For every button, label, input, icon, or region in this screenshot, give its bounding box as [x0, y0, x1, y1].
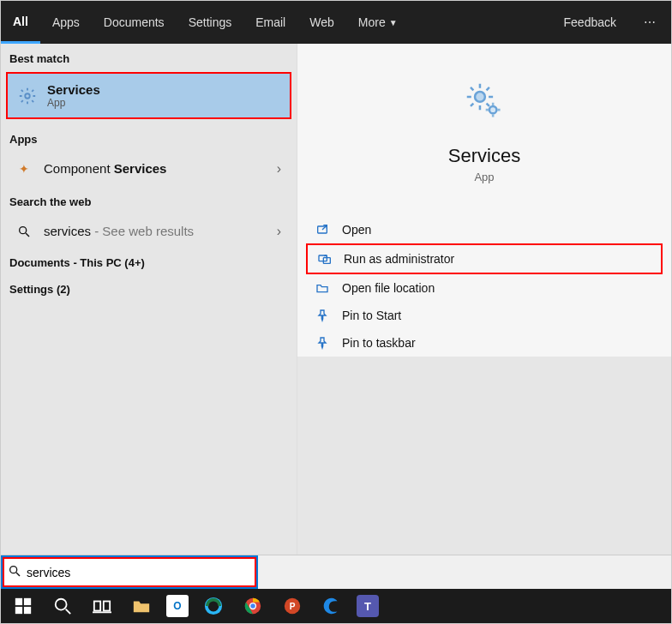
action-label: Open file location [342, 281, 435, 295]
search-input[interactable] [27, 557, 251, 587]
tab-label: Apps [52, 15, 80, 29]
tab-label: Documents [104, 15, 165, 29]
svg-point-3 [475, 92, 485, 102]
svg-line-9 [16, 573, 20, 576]
edge-legacy-button[interactable] [313, 589, 351, 623]
taskbar: O P T [1, 589, 671, 623]
tab-more[interactable]: More▼ [346, 1, 410, 44]
chevron-down-icon: ▼ [389, 18, 398, 27]
result-app-component-services[interactable]: ✦ Component Services › [1, 151, 297, 187]
tab-label: Settings [189, 15, 232, 29]
feedback-button[interactable]: Feedback [550, 1, 630, 44]
action-open[interactable]: Open [306, 216, 663, 243]
svg-point-4 [489, 106, 496, 113]
file-explorer-button[interactable] [123, 589, 160, 623]
result-documents-group[interactable]: Documents - This PC (4+) [1, 249, 297, 276]
teams-button[interactable]: T [352, 589, 383, 623]
svg-point-0 [25, 93, 30, 99]
services-large-icon [461, 78, 507, 128]
ellipsis-icon: ⋯ [644, 15, 657, 29]
action-label: Pin to Start [342, 309, 401, 322]
svg-point-14 [56, 599, 67, 610]
svg-line-15 [66, 609, 71, 615]
search-bar [1, 555, 671, 589]
task-view-button[interactable] [83, 589, 121, 623]
tab-documents[interactable]: Documents [92, 1, 177, 44]
detail-subtitle: App [474, 171, 494, 183]
feedback-label: Feedback [564, 15, 616, 29]
web-suffix: - See web results [91, 224, 194, 238]
result-bold: Services [114, 161, 167, 176]
outlook-button[interactable]: O [162, 589, 193, 623]
tab-label: More [358, 15, 386, 29]
tab-label: Email [255, 15, 285, 29]
services-icon [18, 87, 37, 105]
result-prefix: Component [44, 161, 114, 176]
search-icon [15, 222, 33, 241]
section-best-match: Best match [1, 44, 297, 70]
tab-label: All [13, 15, 28, 28]
edge-button[interactable] [195, 589, 232, 623]
pin-icon [315, 336, 330, 350]
web-term: services [44, 224, 91, 238]
svg-rect-10 [15, 598, 22, 605]
section-apps: Apps [1, 124, 297, 151]
folder-icon [315, 281, 330, 295]
tab-web[interactable]: Web [297, 1, 346, 44]
svg-rect-17 [104, 602, 110, 611]
svg-point-23 [250, 603, 255, 609]
svg-point-1 [20, 227, 27, 234]
action-pin-to-start[interactable]: Pin to Start [306, 302, 663, 329]
start-button[interactable] [4, 589, 42, 623]
result-best-match[interactable]: Services App [6, 72, 291, 119]
pin-icon [315, 309, 330, 322]
detail-pane: Services App Open Run as administrator O… [297, 44, 671, 555]
search-icon [8, 564, 21, 581]
action-run-as-administrator[interactable]: Run as administrator [306, 243, 663, 274]
action-pin-to-taskbar[interactable]: Pin to taskbar [306, 329, 663, 357]
chrome-button[interactable] [234, 589, 272, 623]
result-web-search[interactable]: services - See web results › [1, 213, 297, 249]
component-services-icon: ✦ [15, 159, 33, 178]
search-results-pane: Best match Services App Apps ✦ Component… [1, 44, 297, 555]
chevron-right-icon[interactable]: › [277, 161, 286, 177]
powerpoint-button[interactable]: P [273, 589, 311, 623]
search-box[interactable] [1, 555, 258, 589]
svg-point-8 [10, 566, 17, 573]
result-subtitle: App [47, 97, 279, 109]
svg-rect-13 [24, 607, 31, 614]
search-filter-tabs: All Apps Documents Settings Email Web Mo… [1, 1, 671, 44]
svg-line-2 [26, 233, 29, 237]
action-label: Run as administrator [344, 252, 454, 266]
chevron-right-icon[interactable]: › [277, 224, 286, 239]
detail-title: Services [448, 145, 520, 167]
action-label: Pin to taskbar [342, 336, 416, 350]
open-icon [315, 223, 330, 237]
action-open-file-location[interactable]: Open file location [306, 274, 663, 302]
action-label: Open [342, 223, 371, 237]
svg-rect-12 [15, 607, 22, 614]
section-search-web: Search the web [1, 187, 297, 213]
tab-label: Web [309, 15, 334, 29]
taskbar-search-button[interactable] [44, 589, 81, 623]
tab-settings[interactable]: Settings [177, 1, 244, 44]
more-options-button[interactable]: ⋯ [630, 1, 671, 44]
admin-icon [316, 252, 332, 266]
tab-all[interactable]: All [1, 1, 40, 44]
tab-email[interactable]: Email [243, 1, 297, 44]
svg-rect-11 [24, 598, 31, 605]
tab-apps[interactable]: Apps [40, 1, 92, 44]
result-title: Services [47, 82, 279, 97]
svg-text:P: P [290, 602, 296, 611]
result-settings-group[interactable]: Settings (2) [1, 276, 297, 303]
svg-rect-16 [94, 602, 100, 611]
